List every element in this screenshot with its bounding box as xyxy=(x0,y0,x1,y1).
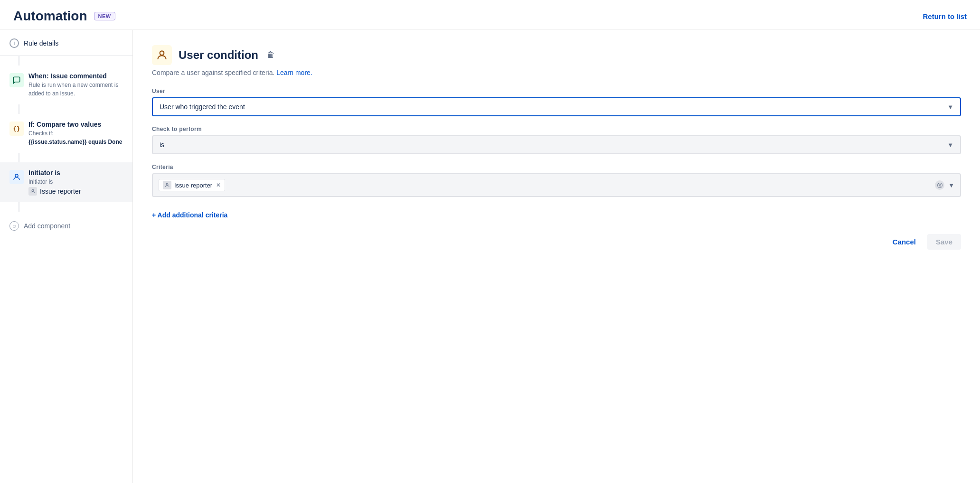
initiator-is-title: Initiator is xyxy=(28,169,123,177)
criteria-form-group: Criteria Issue reporter ✕ xyxy=(152,164,961,197)
when-issue-commented-title: When: Issue commented xyxy=(28,72,123,80)
connector-line-4 xyxy=(19,202,19,212)
condition-header: User condition 🗑 xyxy=(152,45,961,65)
connector-line-3 xyxy=(19,153,19,162)
initiator-criteria-label: Issue reporter xyxy=(40,187,81,195)
sidebar-item-when-issue-commented[interactable]: When: Issue commented Rule is run when a… xyxy=(0,66,132,104)
condition-subtitle: Compare a user against specified criteri… xyxy=(152,69,961,76)
check-chevron-icon: ▼ xyxy=(947,141,953,149)
criteria-chevron-icon[interactable]: ▼ xyxy=(948,182,954,189)
condition-title: User condition xyxy=(179,48,258,62)
if-compare-content: If: Compare two values Checks if: {{issu… xyxy=(28,121,123,146)
user-chevron-icon: ▼ xyxy=(947,103,953,111)
check-select[interactable]: is ▼ xyxy=(152,135,961,154)
criteria-right-controls: ▼ xyxy=(935,180,954,190)
connector-line-2 xyxy=(19,104,19,114)
sidebar-item-rule-details[interactable]: i Rule details xyxy=(0,30,132,56)
return-to-list-link[interactable]: Return to list xyxy=(923,12,967,20)
sidebar-item-if-compare[interactable]: {} If: Compare two values Checks if: {{i… xyxy=(0,114,132,153)
check-select-value: is xyxy=(160,141,164,149)
content-area: User condition 🗑 Compare a user against … xyxy=(133,30,980,483)
criteria-tag-issue-reporter: Issue reporter ✕ xyxy=(159,179,225,191)
criteria-box[interactable]: Issue reporter ✕ ▼ xyxy=(152,173,961,197)
initiator-is-content: Initiator is Initiator is Issue reporter xyxy=(28,169,123,196)
check-form-group: Check to perform is ▼ xyxy=(152,126,961,154)
if-compare-bold: {{issue.status.name}} equals Done xyxy=(28,139,122,145)
criteria-tag-remove[interactable]: ✕ xyxy=(216,182,221,188)
connector-line-1 xyxy=(19,56,19,66)
sidebar: i Rule details When: Issue commented Rul… xyxy=(0,30,133,483)
check-label: Check to perform xyxy=(152,126,961,132)
svg-point-2 xyxy=(160,51,164,55)
add-criteria-link[interactable]: + Add additional criteria xyxy=(152,211,227,219)
add-icon: ○ xyxy=(9,221,19,231)
initiator-criteria-detail: Issue reporter xyxy=(28,187,123,196)
svg-point-3 xyxy=(166,183,168,185)
condition-icon xyxy=(152,45,172,65)
comment-icon xyxy=(9,73,24,87)
learn-more-link[interactable]: Learn more. xyxy=(276,69,312,76)
criteria-tags: Issue reporter ✕ xyxy=(159,179,225,191)
if-compare-title: If: Compare two values xyxy=(28,121,123,128)
delete-icon[interactable]: 🗑 xyxy=(267,50,275,60)
criteria-clear-icon[interactable] xyxy=(935,180,944,190)
when-issue-commented-content: When: Issue commented Rule is run when a… xyxy=(28,72,123,98)
svg-point-0 xyxy=(15,174,18,177)
user-form-group: User User who triggered the event ▼ xyxy=(152,88,961,116)
if-compare-desc: Checks if: {{issue.status.name}} equals … xyxy=(28,129,123,146)
add-component[interactable]: ○ Add component xyxy=(0,212,132,240)
info-icon: i xyxy=(9,38,19,48)
initiator-is-desc: Initiator is xyxy=(28,178,123,186)
user-icon xyxy=(9,170,24,184)
new-badge: NEW xyxy=(94,12,115,20)
user-select[interactable]: User who triggered the event ▼ xyxy=(152,97,961,116)
app-title: Automation xyxy=(13,9,87,24)
app-header: Automation NEW Return to list xyxy=(0,0,980,30)
save-button[interactable]: Save xyxy=(927,234,961,250)
sidebar-item-initiator-is[interactable]: Initiator is Initiator is Issue reporter xyxy=(0,162,132,202)
rule-details-label: Rule details xyxy=(24,39,58,47)
user-select-value: User who triggered the event xyxy=(160,103,245,111)
criteria-label: Criteria xyxy=(152,164,961,170)
user-label: User xyxy=(152,88,961,94)
criteria-avatar-icon xyxy=(163,181,171,189)
svg-point-1 xyxy=(32,189,34,191)
code-icon: {} xyxy=(9,122,24,136)
add-component-label: Add component xyxy=(24,222,70,230)
main-layout: i Rule details When: Issue commented Rul… xyxy=(0,30,980,483)
form-actions: Cancel Save xyxy=(152,234,961,250)
when-issue-commented-desc: Rule is run when a new comment is added … xyxy=(28,81,123,98)
app-title-wrap: Automation NEW xyxy=(13,9,115,24)
mini-avatar-icon xyxy=(28,187,37,196)
criteria-tag-label: Issue reporter xyxy=(174,182,212,189)
cancel-button[interactable]: Cancel xyxy=(887,234,922,250)
